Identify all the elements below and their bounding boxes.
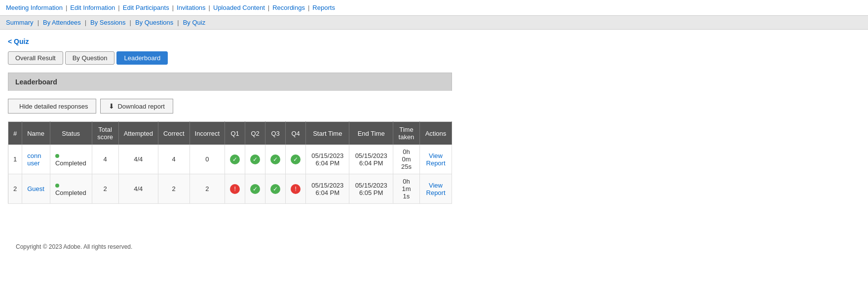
cell-start-time: 05/15/2023 6:04 PM [306,145,349,174]
back-link-container: < Quiz [8,38,860,45]
cell-time-taken: 0h 0m 25s [393,145,419,174]
col-total-score: Total score [92,122,118,145]
user-link-guest[interactable]: Guest [27,185,44,192]
table-row: 1 conn user Completed 4 4/4 4 0 ✓ ✓ ✓ ✓ [8,145,452,174]
q4-correct-icon: ✓ [291,154,301,164]
q4-incorrect-icon: ! [291,184,301,194]
nav-reports[interactable]: Reports [312,4,335,11]
cell-total-score: 2 [92,174,118,204]
sub-navigation: Summary | By Attendees | By Sessions | B… [0,16,868,30]
cell-q3: ✓ [265,145,286,174]
subnav-by-questions[interactable]: By Questions [135,19,173,26]
subnav-summary[interactable]: Summary [6,19,34,26]
cell-time-taken: 0h 1m 1s [393,174,419,204]
cell-status: Completed [50,174,92,204]
cell-q1: ✓ [225,145,245,174]
cell-q3: ✓ [265,174,286,204]
status-dot-icon [55,154,59,158]
cell-q4: ✓ [286,145,306,174]
q1-correct-icon: ✓ [230,154,240,164]
subnav-sep-1: | [38,19,39,26]
col-end-time: End Time [349,122,393,145]
cell-end-time: 05/15/2023 6:05 PM [349,174,393,204]
cell-start-time: 05/15/2023 6:04 PM [306,174,349,204]
col-q3: Q3 [265,122,286,145]
col-correct: Correct [158,122,189,145]
status-dot-icon [55,184,59,188]
status-label: Completed [55,159,86,167]
nav-uploaded-content[interactable]: Uploaded Content [213,4,265,11]
hide-detailed-responses-button[interactable]: Hide detailed responses [8,99,96,114]
cell-name: Guest [22,174,50,204]
cell-incorrect: 0 [189,145,225,174]
download-report-button[interactable]: ⬇ Download report [100,99,173,114]
q3-correct-icon: ✓ [270,154,280,164]
table-row: 2 Guest Completed 2 4/4 2 2 ! ✓ ✓ ! [8,174,452,204]
cell-q4: ! [286,174,306,204]
col-num: # [8,122,22,145]
col-name: Name [22,122,50,145]
subnav-sep-2: | [85,19,86,26]
table-header-row: # Name Status Total score Attempted Corr… [8,122,452,145]
col-q1: Q1 [225,122,245,145]
cell-actions: View Report [420,174,452,204]
copyright-text: Copyright © 2023 Adobe. All rights reser… [16,243,132,250]
nav-edit-information[interactable]: Edit Information [70,4,115,11]
top-navigation: Meeting Information | Edit Information |… [0,0,868,16]
cell-attempted: 4/4 [118,174,158,204]
cell-name: conn user [22,145,50,174]
nav-edit-participants[interactable]: Edit Participants [123,4,169,11]
subnav-sep-3: | [130,19,131,26]
nav-sep-6: | [308,4,309,11]
action-buttons: Hide detailed responses ⬇ Download repor… [8,99,452,114]
cell-incorrect: 2 [189,174,225,204]
nav-invitations[interactable]: Invitations [177,4,206,11]
q2-correct-icon: ✓ [250,154,260,164]
nav-sep-2: | [118,4,119,11]
nav-meeting-information[interactable]: Meeting Information [6,4,63,11]
cell-end-time: 05/15/2023 6:04 PM [349,145,393,174]
q1-incorrect-icon: ! [230,184,240,194]
tab-leaderboard[interactable]: Leaderboard [116,51,168,65]
col-start-time: Start Time [306,122,349,145]
subnav-by-quiz[interactable]: By Quiz [183,19,206,26]
cell-correct: 4 [158,145,189,174]
user-link[interactable]: conn user [27,152,41,167]
col-time-taken: Time taken [393,122,419,145]
cell-correct: 2 [158,174,189,204]
tab-button-group: Overall Result By Question Leaderboard [8,51,860,65]
nav-sep-3: | [172,4,174,11]
leaderboard-section: Leaderboard Hide detailed responses ⬇ Do… [8,73,452,204]
view-report-link-row1[interactable]: View Report [426,152,446,167]
cell-attempted: 4/4 [118,145,158,174]
page-content: < Quiz Overall Result By Question Leader… [0,30,868,268]
col-actions: Actions [420,122,452,145]
nav-sep-1: | [66,4,67,11]
q3-correct-icon: ✓ [270,184,280,194]
col-q2: Q2 [245,122,265,145]
download-icon: ⬇ [109,102,114,110]
leaderboard-header: Leaderboard [8,73,452,91]
nav-recordings[interactable]: Recordings [272,4,305,11]
status-label: Completed [55,189,86,196]
hide-detailed-label: Hide detailed responses [19,103,88,110]
cell-q2: ✓ [245,145,265,174]
tab-by-question[interactable]: By Question [65,51,115,65]
nav-sep-5: | [268,4,269,11]
cell-actions: View Report [420,145,452,174]
leaderboard-table: # Name Status Total score Attempted Corr… [8,121,452,204]
nav-sep-4: | [209,4,210,11]
download-report-label: Download report [117,103,164,110]
col-q4: Q4 [286,122,306,145]
back-to-quiz-link[interactable]: < Quiz [8,38,29,45]
cell-q2: ✓ [245,174,265,204]
subnav-by-sessions[interactable]: By Sessions [90,19,126,26]
subnav-sep-4: | [177,19,179,26]
cell-q1: ! [225,174,245,204]
col-incorrect: Incorrect [189,122,225,145]
subnav-by-attendees[interactable]: By Attendees [43,19,81,26]
view-report-link-row2[interactable]: View Report [426,182,446,196]
cell-num: 2 [8,174,22,204]
cell-total-score: 4 [92,145,118,174]
tab-overall-result[interactable]: Overall Result [8,51,63,65]
